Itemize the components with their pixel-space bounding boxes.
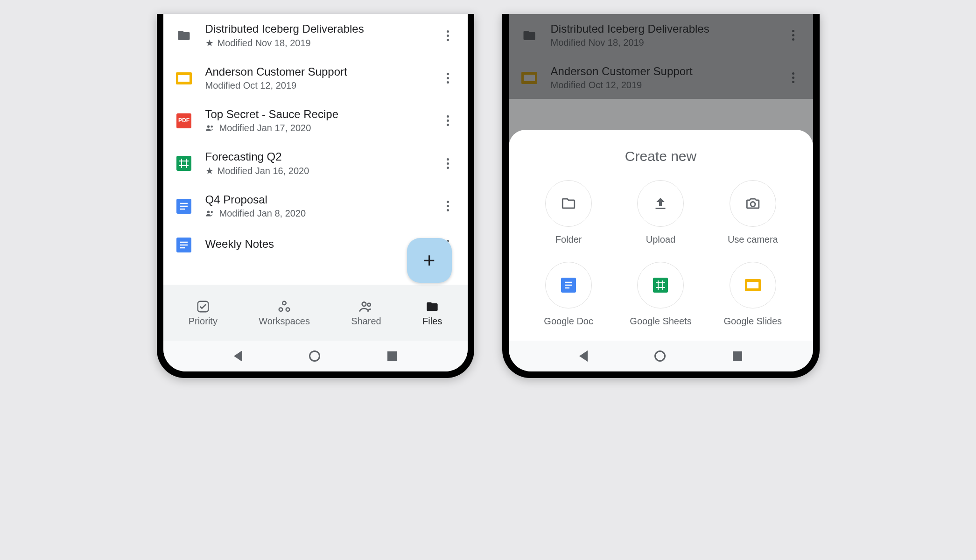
workspaces-icon (277, 299, 292, 314)
file-meta: Weekly Notes (205, 238, 428, 252)
folder-outline-icon (545, 180, 592, 227)
file-row[interactable]: Q4 Proposal Modified Jan 8, 2020 (163, 185, 468, 227)
sheet-title: Create new (523, 148, 799, 164)
file-title: Anderson Customer Support (205, 65, 428, 78)
overflow-menu-icon[interactable] (440, 201, 456, 211)
create-folder-outline[interactable]: Folder (523, 180, 615, 245)
create-new-sheet: Create new Folder Upload Use camera Goog… (509, 130, 813, 341)
file-title: Q4 Proposal (205, 193, 428, 206)
file-meta: Anderson Customer Support Modified Oct 1… (205, 65, 428, 91)
camera-icon (730, 180, 776, 227)
screen: Distributed Iceberg Deliverables ★Modifi… (163, 14, 468, 371)
create-item-label: Upload (646, 234, 675, 245)
file-title: Weekly Notes (205, 238, 428, 251)
recent-icon[interactable] (733, 351, 742, 361)
android-nav-bar (163, 341, 468, 371)
svg-point-14 (286, 308, 290, 311)
svg-text:PDF: PDF (178, 117, 190, 124)
docs-icon (175, 236, 193, 254)
file-meta: Top Secret - Sauce Recipe Modified Jan 1… (205, 108, 428, 133)
shared-icon (205, 123, 216, 133)
file-title: Distributed Iceberg Deliverables (205, 22, 428, 35)
create-slides[interactable]: Google Slides (707, 262, 799, 327)
file-subtitle: Modified Jan 17, 2020 (205, 123, 428, 133)
file-row[interactable]: Distributed Iceberg Deliverables ★Modifi… (163, 14, 468, 57)
create-item-label: Google Doc (544, 316, 593, 327)
folder-dark-icon (175, 26, 193, 45)
file-subtitle: Modified Oct 12, 2019 (205, 80, 428, 91)
create-item-label: Folder (555, 234, 582, 245)
nav-priority[interactable]: Priority (189, 299, 218, 327)
svg-rect-6 (176, 156, 191, 171)
file-subtitle: ★Modified Nov 18, 2019 (205, 37, 428, 49)
file-row[interactable]: Anderson Customer Support Modified Oct 1… (163, 57, 468, 99)
slides-icon (175, 69, 193, 88)
svg-point-16 (368, 303, 371, 306)
overflow-menu-icon[interactable] (440, 115, 456, 126)
file-row[interactable]: PDF Top Secret - Sauce Recipe Modified J… (163, 99, 468, 142)
svg-point-8 (207, 211, 210, 214)
svg-point-13 (279, 308, 283, 311)
recent-icon[interactable] (387, 351, 397, 361)
nav-files[interactable]: Files (422, 299, 442, 327)
file-meta: Forecasting Q2 ★Modified Jan 16, 2020 (205, 150, 428, 176)
create-item-label: Google Sheets (630, 316, 691, 327)
file-row[interactable]: Forecasting Q2 ★Modified Jan 16, 2020 (163, 142, 468, 185)
star-icon: ★ (205, 165, 214, 176)
svg-rect-23 (747, 282, 758, 288)
overflow-menu-icon[interactable] (440, 30, 456, 41)
svg-point-12 (282, 301, 286, 305)
svg-point-19 (751, 202, 755, 206)
file-meta: Q4 Proposal Modified Jan 8, 2020 (205, 193, 428, 219)
nav-shared[interactable]: Shared (351, 299, 381, 327)
nav-workspaces[interactable]: Workspaces (259, 299, 310, 327)
create-sheets[interactable]: Google Sheets (615, 262, 707, 327)
file-title: Top Secret - Sauce Recipe (205, 108, 428, 121)
shared-icon (205, 208, 216, 219)
nav-label: Priority (189, 316, 218, 327)
pdf-icon: PDF (175, 112, 193, 130)
file-subtitle: ★Modified Jan 16, 2020 (205, 165, 428, 176)
svg-point-4 (207, 126, 210, 128)
overflow-menu-icon[interactable] (440, 73, 456, 84)
svg-rect-1 (178, 75, 190, 82)
sheet-grid: Folder Upload Use camera Google Doc Goog… (523, 180, 799, 327)
docs-icon (545, 262, 592, 308)
nav-label: Shared (351, 316, 381, 327)
nav-label: Files (422, 316, 442, 327)
home-icon[interactable] (309, 350, 320, 362)
bottom-nav: Priority Workspaces Shared Files (163, 285, 468, 341)
file-meta: Distributed Iceberg Deliverables ★Modifi… (205, 22, 428, 49)
create-docs[interactable]: Google Doc (523, 262, 615, 327)
create-item-label: Google Slides (724, 316, 782, 327)
back-icon[interactable] (579, 350, 588, 362)
file-title: Forecasting Q2 (205, 150, 428, 163)
nav-label: Workspaces (259, 316, 310, 327)
slides-icon (730, 262, 776, 308)
shared-icon (358, 299, 373, 314)
sheets-icon (637, 262, 684, 308)
back-icon[interactable] (234, 350, 242, 362)
priority-icon (196, 299, 211, 314)
svg-rect-21 (653, 278, 668, 293)
svg-point-5 (211, 126, 212, 127)
sheets-icon (175, 154, 193, 173)
create-camera[interactable]: Use camera (707, 180, 799, 245)
screen: Distributed Iceberg Deliverables Modifie… (509, 14, 813, 371)
phone-files-view: Distributed Iceberg Deliverables ★Modifi… (157, 14, 474, 378)
plus-icon: + (423, 249, 435, 272)
phone-create-sheet-view: Distributed Iceberg Deliverables Modifie… (502, 14, 820, 378)
svg-point-9 (211, 211, 212, 213)
android-nav-bar (509, 341, 813, 371)
create-upload[interactable]: Upload (615, 180, 707, 245)
upload-icon (637, 180, 684, 227)
fab-create[interactable]: + (407, 238, 452, 283)
star-icon: ★ (205, 37, 214, 49)
overflow-menu-icon[interactable] (440, 158, 456, 169)
home-icon[interactable] (654, 350, 666, 362)
svg-point-15 (362, 302, 366, 306)
create-item-label: Use camera (728, 234, 778, 245)
docs-icon (175, 197, 193, 216)
file-subtitle: Modified Jan 8, 2020 (205, 208, 428, 219)
files-icon (425, 299, 440, 314)
